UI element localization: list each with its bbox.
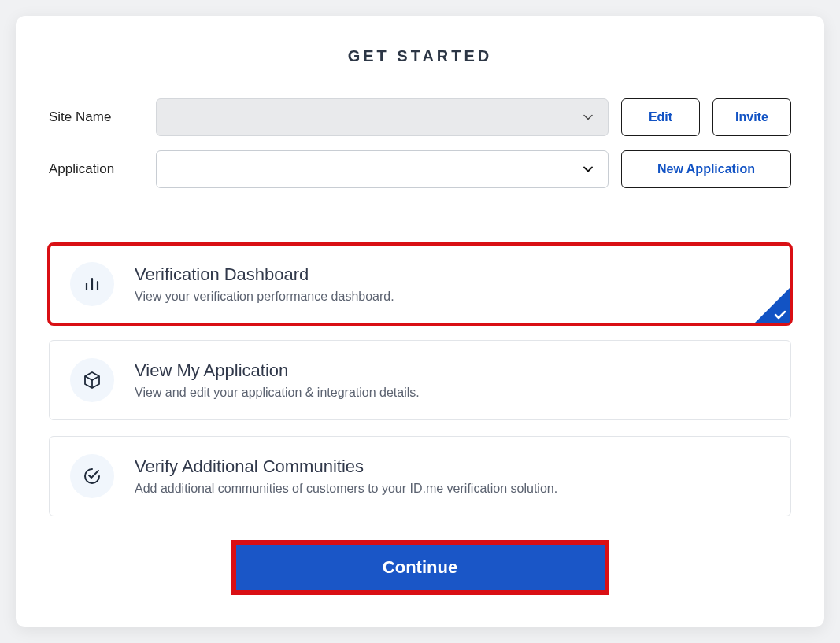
continue-highlight: Continue (236, 545, 605, 590)
site-name-select[interactable] (156, 98, 609, 136)
check-circle-icon (70, 454, 114, 498)
page-title: GET STARTED (49, 47, 791, 65)
application-label: Application (49, 161, 143, 177)
continue-wrap: Continue (49, 545, 791, 590)
edit-button[interactable]: Edit (621, 98, 700, 136)
cube-icon (70, 358, 114, 402)
new-application-button[interactable]: New Application (621, 150, 791, 188)
application-select[interactable] (156, 150, 609, 188)
divider (49, 212, 791, 212)
option-desc: View and edit your application & integra… (135, 386, 770, 400)
invite-button[interactable]: Invite (712, 98, 791, 136)
option-texts: View My Application View and edit your a… (135, 360, 770, 400)
continue-button[interactable]: Continue (236, 545, 605, 590)
application-row: Application New Application (49, 150, 791, 188)
option-view-my-application[interactable]: View My Application View and edit your a… (49, 340, 791, 420)
option-title: Verification Dashboard (135, 264, 770, 285)
site-name-label: Site Name (49, 109, 143, 125)
option-desc: Add additional communities of customers … (135, 482, 770, 496)
option-verify-additional-communities[interactable]: Verify Additional Communities Add additi… (49, 436, 791, 516)
chevron-down-icon (583, 164, 594, 175)
option-title: Verify Additional Communities (135, 456, 770, 477)
option-verification-dashboard[interactable]: Verification Dashboard View your verific… (49, 244, 791, 324)
option-title: View My Application (135, 360, 770, 381)
bar-chart-icon (70, 262, 114, 306)
chevron-down-icon (583, 112, 594, 123)
get-started-card: GET STARTED Site Name Edit Invite Applic… (16, 16, 824, 627)
option-texts: Verify Additional Communities Add additi… (135, 456, 770, 496)
option-texts: Verification Dashboard View your verific… (135, 264, 770, 304)
site-name-row: Site Name Edit Invite (49, 98, 791, 136)
option-desc: View your verification performance dashb… (135, 290, 770, 304)
selected-check-icon (754, 287, 790, 323)
